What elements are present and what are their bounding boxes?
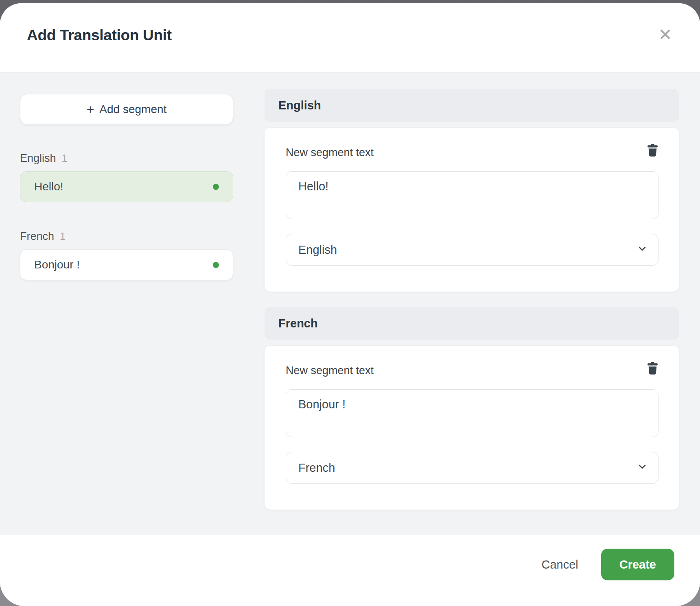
- segment-item-text: Bonjour !: [34, 258, 80, 271]
- language-select[interactable]: French: [286, 452, 658, 484]
- dialog-header: Add Translation Unit: [0, 3, 700, 72]
- section-heading: French: [278, 317, 318, 330]
- segment-editor-card: New segment text Hello!: [265, 128, 679, 292]
- section-header-english: English: [265, 89, 679, 122]
- add-segment-label: Add segment: [99, 103, 166, 116]
- segment-text-input[interactable]: Hello!: [286, 171, 658, 219]
- close-button[interactable]: [656, 26, 674, 44]
- status-dot-icon: [213, 262, 219, 268]
- language-select-value: French: [298, 461, 335, 475]
- delete-segment-button[interactable]: [642, 362, 658, 378]
- segment-editor-card: New segment text Bonjour !: [265, 346, 679, 510]
- editor-section-english: English New segment text: [265, 89, 679, 292]
- section-header-french: French: [265, 307, 679, 340]
- dialog-body: + Add segment English 1 Hello! French 1 …: [0, 72, 700, 535]
- group-language-name: English: [20, 152, 56, 165]
- chevron-down-icon: [637, 461, 648, 475]
- trash-icon: [647, 144, 658, 158]
- section-heading: English: [278, 99, 321, 112]
- dialog-footer: Cancel Create: [0, 535, 700, 606]
- dialog-title: Add Translation Unit: [27, 27, 172, 44]
- language-select-value: English: [298, 243, 337, 257]
- segment-item-french[interactable]: Bonjour !: [20, 249, 233, 280]
- create-button[interactable]: Create: [601, 549, 674, 580]
- group-language-name: French: [20, 230, 54, 243]
- trash-icon: [647, 362, 658, 376]
- add-segment-button[interactable]: + Add segment: [20, 94, 233, 125]
- segment-item-text: Hello!: [34, 180, 63, 193]
- editor-section-french: French New segment text: [265, 307, 679, 510]
- segments-sidebar: + Add segment English 1 Hello! French 1 …: [20, 73, 233, 535]
- plus-icon: +: [87, 103, 94, 116]
- close-icon: [659, 28, 672, 42]
- language-group-label-french: French 1: [20, 230, 233, 243]
- segment-item-english[interactable]: Hello!: [20, 171, 233, 202]
- segment-text-input[interactable]: Bonjour !: [286, 389, 658, 437]
- status-dot-icon: [213, 184, 219, 190]
- segment-text-label: New segment text: [286, 144, 374, 159]
- add-translation-unit-dialog: Add Translation Unit + Add segment Engli…: [0, 3, 700, 606]
- group-segment-count: 1: [62, 153, 68, 164]
- group-segment-count: 1: [60, 231, 66, 242]
- chevron-down-icon: [637, 243, 648, 257]
- language-select[interactable]: English: [286, 234, 658, 266]
- language-group-label-english: English 1: [20, 152, 233, 165]
- segment-editor-panel: English New segment text: [265, 73, 679, 535]
- cancel-button[interactable]: Cancel: [541, 549, 578, 580]
- segment-text-label: New segment text: [286, 362, 374, 377]
- delete-segment-button[interactable]: [642, 144, 658, 160]
